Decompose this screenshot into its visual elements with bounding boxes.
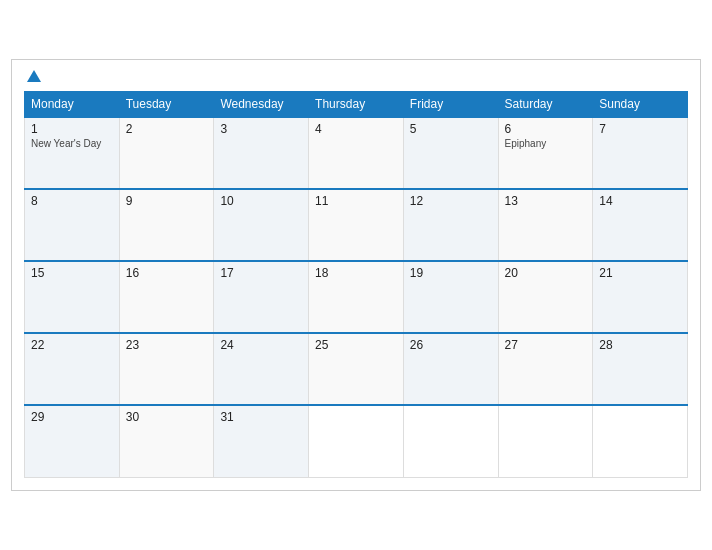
calendar-cell: 4: [309, 117, 404, 189]
day-number: 16: [126, 266, 208, 280]
calendar-cell: 15: [25, 261, 120, 333]
day-number: 14: [599, 194, 681, 208]
day-number: 11: [315, 194, 397, 208]
day-number: 7: [599, 122, 681, 136]
day-number: 18: [315, 266, 397, 280]
day-number: 24: [220, 338, 302, 352]
calendar-week-2: 891011121314: [25, 189, 688, 261]
day-header-monday: Monday: [25, 92, 120, 118]
calendar-cell: 25: [309, 333, 404, 405]
day-number: 21: [599, 266, 681, 280]
day-number: 27: [505, 338, 587, 352]
calendar-cell: [593, 405, 688, 477]
day-number: 3: [220, 122, 302, 136]
calendar-cell: 22: [25, 333, 120, 405]
calendar-week-1: 1New Year's Day23456Epiphany7: [25, 117, 688, 189]
calendar-cell: 20: [498, 261, 593, 333]
calendar-cell: 6Epiphany: [498, 117, 593, 189]
calendar-grid: MondayTuesdayWednesdayThursdayFridaySatu…: [24, 91, 688, 478]
calendar-cell: [309, 405, 404, 477]
calendar-cell: 21: [593, 261, 688, 333]
calendar-cell: 28: [593, 333, 688, 405]
day-header-friday: Friday: [403, 92, 498, 118]
day-number: 13: [505, 194, 587, 208]
day-header-tuesday: Tuesday: [119, 92, 214, 118]
calendar-cell: [498, 405, 593, 477]
day-number: 15: [31, 266, 113, 280]
calendar-body: 1New Year's Day23456Epiphany789101112131…: [25, 117, 688, 477]
calendar-cell: 16: [119, 261, 214, 333]
logo: [24, 70, 41, 83]
calendar-cell: 31: [214, 405, 309, 477]
day-number: 19: [410, 266, 492, 280]
day-number: 12: [410, 194, 492, 208]
calendar-cell: 2: [119, 117, 214, 189]
calendar-cell: 7: [593, 117, 688, 189]
calendar-cell: 11: [309, 189, 404, 261]
logo-blue-text: [24, 70, 41, 83]
calendar-cell: 14: [593, 189, 688, 261]
day-number: 23: [126, 338, 208, 352]
calendar-header-row: MondayTuesdayWednesdayThursdayFridaySatu…: [25, 92, 688, 118]
calendar-week-3: 15161718192021: [25, 261, 688, 333]
calendar-cell: 12: [403, 189, 498, 261]
calendar-week-5: 293031: [25, 405, 688, 477]
day-number: 1: [31, 122, 113, 136]
calendar-cell: 23: [119, 333, 214, 405]
calendar-cell: 1New Year's Day: [25, 117, 120, 189]
calendar-wrapper: MondayTuesdayWednesdayThursdayFridaySatu…: [11, 59, 701, 491]
day-number: 5: [410, 122, 492, 136]
day-number: 10: [220, 194, 302, 208]
day-header-wednesday: Wednesday: [214, 92, 309, 118]
calendar-cell: 5: [403, 117, 498, 189]
calendar-cell: 8: [25, 189, 120, 261]
day-number: 6: [505, 122, 587, 136]
calendar-cell: 10: [214, 189, 309, 261]
day-number: 26: [410, 338, 492, 352]
day-number: 30: [126, 410, 208, 424]
day-number: 25: [315, 338, 397, 352]
calendar-header: [24, 70, 688, 83]
calendar-cell: [403, 405, 498, 477]
day-header-saturday: Saturday: [498, 92, 593, 118]
calendar-week-4: 22232425262728: [25, 333, 688, 405]
day-number: 29: [31, 410, 113, 424]
day-event: Epiphany: [505, 138, 587, 149]
logo-triangle-icon: [27, 70, 41, 82]
day-number: 2: [126, 122, 208, 136]
day-number: 28: [599, 338, 681, 352]
day-number: 17: [220, 266, 302, 280]
day-event: New Year's Day: [31, 138, 113, 149]
day-number: 22: [31, 338, 113, 352]
day-number: 31: [220, 410, 302, 424]
calendar-cell: 17: [214, 261, 309, 333]
calendar-cell: 24: [214, 333, 309, 405]
day-number: 8: [31, 194, 113, 208]
day-header-sunday: Sunday: [593, 92, 688, 118]
day-header-thursday: Thursday: [309, 92, 404, 118]
calendar-cell: 3: [214, 117, 309, 189]
calendar-cell: 27: [498, 333, 593, 405]
day-number: 20: [505, 266, 587, 280]
calendar-cell: 18: [309, 261, 404, 333]
calendar-cell: 9: [119, 189, 214, 261]
day-number: 4: [315, 122, 397, 136]
calendar-cell: 30: [119, 405, 214, 477]
calendar-cell: 29: [25, 405, 120, 477]
calendar-cell: 19: [403, 261, 498, 333]
calendar-cell: 13: [498, 189, 593, 261]
calendar-cell: 26: [403, 333, 498, 405]
day-number: 9: [126, 194, 208, 208]
